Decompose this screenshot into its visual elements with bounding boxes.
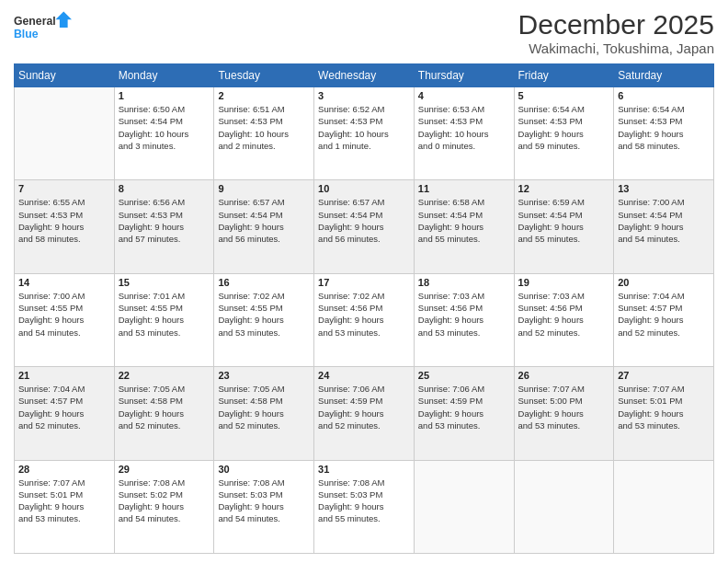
calendar-cell: 30Sunrise: 7:08 AMSunset: 5:03 PMDayligh…	[214, 460, 314, 553]
svg-text:General: General	[14, 15, 56, 28]
day-info: Sunrise: 6:56 AMSunset: 4:53 PMDaylight:…	[119, 196, 210, 245]
day-number: 3	[318, 90, 410, 101]
calendar-cell	[414, 460, 514, 553]
calendar-cell: 13Sunrise: 7:00 AMSunset: 4:54 PMDayligh…	[614, 180, 714, 273]
calendar-cell: 31Sunrise: 7:08 AMSunset: 5:03 PMDayligh…	[314, 460, 415, 553]
day-number: 8	[119, 183, 210, 194]
calendar-cell: 28Sunrise: 7:07 AMSunset: 5:01 PMDayligh…	[15, 460, 115, 553]
day-info: Sunrise: 7:05 AMSunset: 4:58 PMDaylight:…	[119, 383, 210, 431]
day-info: Sunrise: 7:02 AMSunset: 4:55 PMDaylight:…	[218, 290, 310, 339]
day-info: Sunrise: 6:52 AMSunset: 4:53 PMDaylight:…	[318, 103, 410, 152]
day-number: 19	[518, 277, 610, 288]
day-number: 30	[218, 464, 310, 475]
day-number: 9	[218, 183, 310, 194]
day-header-sunday: Sunday	[15, 64, 115, 87]
title-block: December 2025 Wakimachi, Tokushima, Japa…	[518, 9, 714, 56]
day-number: 11	[418, 183, 510, 194]
calendar-cell: 6Sunrise: 6:54 AMSunset: 4:53 PMDaylight…	[614, 87, 714, 180]
day-number: 17	[318, 277, 410, 288]
day-info: Sunrise: 7:04 AMSunset: 4:57 PMDaylight:…	[618, 290, 710, 339]
day-info: Sunrise: 7:00 AMSunset: 4:54 PMDaylight:…	[618, 196, 710, 245]
calendar-cell: 19Sunrise: 7:03 AMSunset: 4:56 PMDayligh…	[514, 273, 614, 366]
calendar-cell: 5Sunrise: 6:54 AMSunset: 4:53 PMDaylight…	[514, 87, 614, 180]
day-info: Sunrise: 6:53 AMSunset: 4:53 PMDaylight:…	[418, 103, 510, 152]
calendar-cell: 7Sunrise: 6:55 AMSunset: 4:53 PMDaylight…	[15, 180, 115, 273]
day-number: 12	[518, 183, 610, 194]
calendar-table: SundayMondayTuesdayWednesdayThursdayFrid…	[14, 63, 714, 554]
day-number: 24	[318, 370, 410, 381]
calendar-cell	[15, 87, 115, 180]
day-info: Sunrise: 7:01 AMSunset: 4:55 PMDaylight:…	[119, 290, 210, 339]
day-info: Sunrise: 7:00 AMSunset: 4:55 PMDaylight:…	[18, 290, 110, 339]
day-number: 25	[418, 370, 510, 381]
calendar-cell: 8Sunrise: 6:56 AMSunset: 4:53 PMDaylight…	[114, 180, 214, 273]
day-number: 13	[618, 183, 710, 194]
day-info: Sunrise: 7:06 AMSunset: 4:59 PMDaylight:…	[418, 383, 510, 431]
subtitle: Wakimachi, Tokushima, Japan	[518, 40, 714, 56]
calendar-cell: 24Sunrise: 7:06 AMSunset: 4:59 PMDayligh…	[314, 367, 415, 460]
day-number: 5	[518, 90, 610, 101]
calendar-cell: 18Sunrise: 7:03 AMSunset: 4:56 PMDayligh…	[414, 273, 514, 366]
calendar-cell: 16Sunrise: 7:02 AMSunset: 4:55 PMDayligh…	[214, 273, 314, 366]
calendar-cell: 27Sunrise: 7:07 AMSunset: 5:01 PMDayligh…	[614, 367, 714, 460]
day-info: Sunrise: 7:07 AMSunset: 5:00 PMDaylight:…	[518, 383, 610, 431]
day-info: Sunrise: 7:03 AMSunset: 4:56 PMDaylight:…	[518, 290, 610, 339]
calendar-cell: 21Sunrise: 7:04 AMSunset: 4:57 PMDayligh…	[15, 367, 115, 460]
day-number: 21	[18, 370, 110, 381]
calendar-cell: 17Sunrise: 7:02 AMSunset: 4:56 PMDayligh…	[314, 273, 415, 366]
calendar-cell: 4Sunrise: 6:53 AMSunset: 4:53 PMDaylight…	[414, 87, 514, 180]
main-title: December 2025	[518, 9, 714, 40]
day-info: Sunrise: 7:06 AMSunset: 4:59 PMDaylight:…	[318, 383, 410, 431]
day-number: 18	[418, 277, 510, 288]
day-number: 20	[618, 277, 710, 288]
calendar-cell: 20Sunrise: 7:04 AMSunset: 4:57 PMDayligh…	[614, 273, 714, 366]
day-number: 26	[518, 370, 610, 381]
calendar-cell: 1Sunrise: 6:50 AMSunset: 4:54 PMDaylight…	[114, 87, 214, 180]
day-number: 15	[119, 277, 210, 288]
day-header-tuesday: Tuesday	[214, 64, 314, 87]
calendar-cell: 23Sunrise: 7:05 AMSunset: 4:58 PMDayligh…	[214, 367, 314, 460]
calendar-cell: 3Sunrise: 6:52 AMSunset: 4:53 PMDaylight…	[314, 87, 415, 180]
day-header-wednesday: Wednesday	[314, 64, 415, 87]
day-info: Sunrise: 6:59 AMSunset: 4:54 PMDaylight:…	[518, 196, 610, 245]
day-info: Sunrise: 7:08 AMSunset: 5:02 PMDaylight:…	[119, 477, 210, 525]
day-info: Sunrise: 7:08 AMSunset: 5:03 PMDaylight:…	[318, 477, 410, 525]
day-info: Sunrise: 6:57 AMSunset: 4:54 PMDaylight:…	[318, 196, 410, 245]
day-number: 10	[318, 183, 410, 194]
calendar-cell	[514, 460, 614, 553]
svg-marker-2	[56, 12, 73, 29]
calendar-cell: 15Sunrise: 7:01 AMSunset: 4:55 PMDayligh…	[114, 273, 214, 366]
calendar-cell: 2Sunrise: 6:51 AMSunset: 4:53 PMDaylight…	[214, 87, 314, 180]
day-number: 28	[18, 464, 110, 475]
day-number: 4	[418, 90, 510, 101]
day-number: 14	[18, 277, 110, 288]
calendar-cell: 9Sunrise: 6:57 AMSunset: 4:54 PMDaylight…	[214, 180, 314, 273]
day-header-saturday: Saturday	[614, 64, 714, 87]
day-number: 22	[119, 370, 210, 381]
day-header-thursday: Thursday	[414, 64, 514, 87]
calendar-cell	[614, 460, 714, 553]
day-info: Sunrise: 7:08 AMSunset: 5:03 PMDaylight:…	[218, 477, 310, 525]
calendar-cell: 26Sunrise: 7:07 AMSunset: 5:00 PMDayligh…	[514, 367, 614, 460]
day-info: Sunrise: 7:02 AMSunset: 4:56 PMDaylight:…	[318, 290, 410, 339]
calendar-cell: 22Sunrise: 7:05 AMSunset: 4:58 PMDayligh…	[114, 367, 214, 460]
day-number: 1	[119, 90, 210, 101]
day-header-monday: Monday	[114, 64, 214, 87]
day-number: 2	[218, 90, 310, 101]
day-number: 29	[119, 464, 210, 475]
logo: General Blue	[14, 9, 78, 46]
day-number: 31	[318, 464, 410, 475]
day-info: Sunrise: 6:55 AMSunset: 4:53 PMDaylight:…	[18, 196, 110, 245]
day-info: Sunrise: 7:03 AMSunset: 4:56 PMDaylight:…	[418, 290, 510, 339]
calendar-cell: 12Sunrise: 6:59 AMSunset: 4:54 PMDayligh…	[514, 180, 614, 273]
day-number: 6	[618, 90, 710, 101]
day-info: Sunrise: 7:04 AMSunset: 4:57 PMDaylight:…	[18, 383, 110, 431]
day-number: 16	[218, 277, 310, 288]
calendar-cell: 14Sunrise: 7:00 AMSunset: 4:55 PMDayligh…	[15, 273, 115, 366]
day-info: Sunrise: 7:07 AMSunset: 5:01 PMDaylight:…	[18, 477, 110, 525]
calendar-cell: 11Sunrise: 6:58 AMSunset: 4:54 PMDayligh…	[414, 180, 514, 273]
day-number: 23	[218, 370, 310, 381]
day-info: Sunrise: 6:50 AMSunset: 4:54 PMDaylight:…	[119, 103, 210, 152]
svg-text:Blue: Blue	[14, 28, 39, 40]
day-info: Sunrise: 6:58 AMSunset: 4:54 PMDaylight:…	[418, 196, 510, 245]
